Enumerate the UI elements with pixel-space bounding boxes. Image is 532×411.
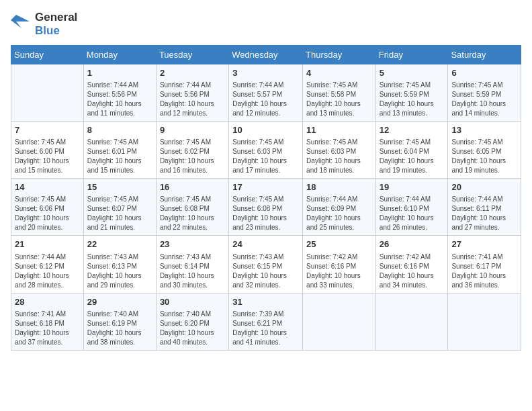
day-info: Sunrise: 7:45 AM Sunset: 6:06 PM Dayligh…	[15, 195, 80, 232]
day-info: Sunrise: 7:44 AM Sunset: 5:56 PM Dayligh…	[160, 81, 225, 118]
calendar-cell: 25Sunrise: 7:42 AM Sunset: 6:16 PM Dayli…	[303, 236, 376, 293]
calendar-cell	[11, 64, 84, 121]
day-info: Sunrise: 7:42 AM Sunset: 6:16 PM Dayligh…	[306, 253, 372, 290]
calendar-cell: 8Sunrise: 7:45 AM Sunset: 6:01 PM Daylig…	[83, 121, 156, 178]
calendar-cell	[375, 293, 448, 350]
day-number: 21	[15, 238, 80, 250]
day-info: Sunrise: 7:45 AM Sunset: 6:03 PM Dayligh…	[306, 138, 372, 175]
day-number: 1	[87, 67, 152, 79]
day-info: Sunrise: 7:41 AM Sunset: 6:17 PM Dayligh…	[451, 253, 517, 290]
day-number: 18	[306, 181, 372, 193]
day-number: 23	[160, 238, 225, 250]
day-number: 26	[380, 238, 445, 250]
calendar-cell: 29Sunrise: 7:40 AM Sunset: 6:19 PM Dayli…	[83, 293, 156, 350]
calendar-cell: 23Sunrise: 7:43 AM Sunset: 6:14 PM Dayli…	[156, 236, 228, 293]
day-number: 5	[380, 67, 445, 79]
weekday-header-row: SundayMondayTuesdayWednesdayThursdayFrid…	[11, 45, 521, 64]
calendar-cell: 21Sunrise: 7:44 AM Sunset: 6:12 PM Dayli…	[11, 236, 84, 293]
day-info: Sunrise: 7:44 AM Sunset: 5:57 PM Dayligh…	[232, 81, 299, 118]
day-info: Sunrise: 7:45 AM Sunset: 6:07 PM Dayligh…	[87, 195, 152, 232]
day-info: Sunrise: 7:45 AM Sunset: 5:59 PM Dayligh…	[380, 81, 445, 118]
calendar-cell: 5Sunrise: 7:45 AM Sunset: 5:59 PM Daylig…	[375, 64, 448, 121]
calendar-cell: 30Sunrise: 7:40 AM Sunset: 6:20 PM Dayli…	[156, 293, 228, 350]
logo-blue: Blue	[35, 24, 77, 38]
day-number: 11	[306, 124, 372, 136]
day-info: Sunrise: 7:42 AM Sunset: 6:16 PM Dayligh…	[380, 253, 445, 290]
day-number: 27	[451, 238, 517, 250]
day-number: 7	[15, 124, 80, 136]
calendar-week-row: 7Sunrise: 7:45 AM Sunset: 6:00 PM Daylig…	[11, 121, 521, 178]
day-info: Sunrise: 7:40 AM Sunset: 6:20 PM Dayligh…	[160, 310, 225, 347]
day-number: 20	[451, 181, 517, 193]
day-info: Sunrise: 7:45 AM Sunset: 5:59 PM Dayligh…	[451, 81, 517, 118]
day-number: 28	[15, 296, 80, 308]
weekday-header-sunday: Sunday	[11, 45, 84, 64]
day-number: 14	[15, 181, 80, 193]
day-info: Sunrise: 7:40 AM Sunset: 6:19 PM Dayligh…	[87, 310, 152, 347]
calendar-cell: 1Sunrise: 7:44 AM Sunset: 5:56 PM Daylig…	[83, 64, 156, 121]
calendar-cell: 12Sunrise: 7:45 AM Sunset: 6:04 PM Dayli…	[375, 121, 448, 178]
day-number: 6	[451, 67, 517, 79]
weekday-header-saturday: Saturday	[448, 45, 521, 64]
day-info: Sunrise: 7:45 AM Sunset: 5:58 PM Dayligh…	[306, 81, 372, 118]
day-info: Sunrise: 7:45 AM Sunset: 6:03 PM Dayligh…	[232, 138, 299, 175]
day-info: Sunrise: 7:45 AM Sunset: 6:02 PM Dayligh…	[160, 138, 225, 175]
day-info: Sunrise: 7:41 AM Sunset: 6:18 PM Dayligh…	[15, 310, 80, 347]
calendar-cell: 9Sunrise: 7:45 AM Sunset: 6:02 PM Daylig…	[156, 121, 228, 178]
svg-marker-0	[11, 15, 30, 28]
calendar-cell: 20Sunrise: 7:44 AM Sunset: 6:11 PM Dayli…	[448, 179, 521, 236]
day-number: 8	[87, 124, 152, 136]
day-info: Sunrise: 7:43 AM Sunset: 6:13 PM Dayligh…	[87, 253, 152, 290]
day-info: Sunrise: 7:43 AM Sunset: 6:14 PM Dayligh…	[160, 253, 225, 290]
day-number: 2	[160, 67, 225, 79]
calendar-cell: 4Sunrise: 7:45 AM Sunset: 5:58 PM Daylig…	[303, 64, 376, 121]
calendar-cell: 28Sunrise: 7:41 AM Sunset: 6:18 PM Dayli…	[11, 293, 84, 350]
day-number: 4	[306, 67, 372, 79]
day-info: Sunrise: 7:44 AM Sunset: 5:56 PM Dayligh…	[87, 81, 152, 118]
day-info: Sunrise: 7:44 AM Sunset: 6:11 PM Dayligh…	[451, 195, 517, 232]
day-info: Sunrise: 7:45 AM Sunset: 6:05 PM Dayligh…	[451, 138, 517, 175]
calendar-cell: 18Sunrise: 7:44 AM Sunset: 6:09 PM Dayli…	[303, 179, 376, 236]
day-number: 24	[232, 238, 299, 250]
calendar-cell	[303, 293, 376, 350]
calendar-cell: 13Sunrise: 7:45 AM Sunset: 6:05 PM Dayli…	[448, 121, 521, 178]
calendar-week-row: 28Sunrise: 7:41 AM Sunset: 6:18 PM Dayli…	[11, 293, 521, 350]
logo: GeneralBlue	[11, 11, 77, 38]
day-info: Sunrise: 7:44 AM Sunset: 6:09 PM Dayligh…	[306, 195, 372, 232]
calendar-cell: 19Sunrise: 7:44 AM Sunset: 6:10 PM Dayli…	[375, 179, 448, 236]
day-number: 16	[160, 181, 225, 193]
calendar-week-row: 21Sunrise: 7:44 AM Sunset: 6:12 PM Dayli…	[11, 236, 521, 293]
day-number: 15	[87, 181, 152, 193]
weekday-header-thursday: Thursday	[303, 45, 376, 64]
calendar-cell: 27Sunrise: 7:41 AM Sunset: 6:17 PM Dayli…	[448, 236, 521, 293]
day-info: Sunrise: 7:39 AM Sunset: 6:21 PM Dayligh…	[232, 310, 299, 347]
calendar-cell	[448, 293, 521, 350]
calendar-cell: 10Sunrise: 7:45 AM Sunset: 6:03 PM Dayli…	[229, 121, 303, 178]
calendar-cell: 3Sunrise: 7:44 AM Sunset: 5:57 PM Daylig…	[229, 64, 303, 121]
calendar-cell: 11Sunrise: 7:45 AM Sunset: 6:03 PM Dayli…	[303, 121, 376, 178]
weekday-header-monday: Monday	[83, 45, 156, 64]
calendar-week-row: 14Sunrise: 7:45 AM Sunset: 6:06 PM Dayli…	[11, 179, 521, 236]
day-number: 9	[160, 124, 225, 136]
day-number: 10	[232, 124, 299, 136]
day-info: Sunrise: 7:45 AM Sunset: 6:08 PM Dayligh…	[232, 195, 299, 232]
weekday-header-tuesday: Tuesday	[156, 45, 228, 64]
calendar-cell: 14Sunrise: 7:45 AM Sunset: 6:06 PM Dayli…	[11, 179, 84, 236]
day-info: Sunrise: 7:44 AM Sunset: 6:10 PM Dayligh…	[380, 195, 445, 232]
day-number: 17	[232, 181, 299, 193]
calendar-cell: 17Sunrise: 7:45 AM Sunset: 6:08 PM Dayli…	[229, 179, 303, 236]
page-header: GeneralBlue	[11, 11, 521, 38]
calendar-cell: 26Sunrise: 7:42 AM Sunset: 6:16 PM Dayli…	[375, 236, 448, 293]
day-info: Sunrise: 7:45 AM Sunset: 6:04 PM Dayligh…	[380, 138, 445, 175]
calendar-cell: 2Sunrise: 7:44 AM Sunset: 5:56 PM Daylig…	[156, 64, 228, 121]
calendar-table: SundayMondayTuesdayWednesdayThursdayFrid…	[11, 45, 521, 351]
calendar-cell: 22Sunrise: 7:43 AM Sunset: 6:13 PM Dayli…	[83, 236, 156, 293]
logo-general: General	[35, 11, 77, 24]
day-number: 19	[380, 181, 445, 193]
day-info: Sunrise: 7:44 AM Sunset: 6:12 PM Dayligh…	[15, 253, 80, 290]
day-number: 31	[232, 296, 299, 308]
day-number: 25	[306, 238, 372, 250]
day-number: 13	[451, 124, 517, 136]
logo-bird-icon	[11, 12, 32, 36]
day-info: Sunrise: 7:45 AM Sunset: 6:08 PM Dayligh…	[160, 195, 225, 232]
